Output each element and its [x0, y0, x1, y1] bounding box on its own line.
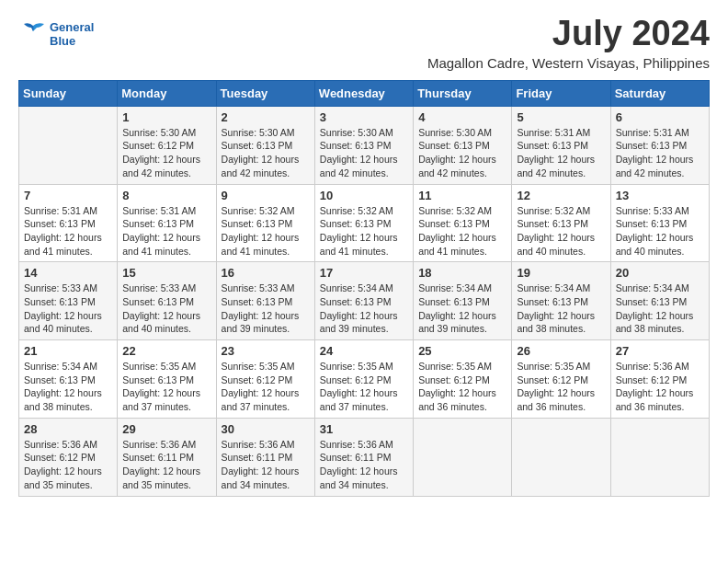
header-saturday: Saturday: [610, 80, 709, 106]
calendar-cell: 28Sunrise: 5:36 AMSunset: 6:12 PMDayligh…: [19, 418, 118, 496]
day-number: 17: [320, 266, 408, 280]
day-info: Sunrise: 5:35 AMSunset: 6:12 PMDaylight:…: [418, 360, 506, 414]
calendar-cell: 6Sunrise: 5:31 AMSunset: 6:13 PMDaylight…: [610, 106, 709, 184]
calendar-cell: 4Sunrise: 5:30 AMSunset: 6:13 PMDaylight…: [414, 106, 512, 184]
calendar-cell: 9Sunrise: 5:32 AMSunset: 6:13 PMDaylight…: [216, 184, 314, 262]
day-info: Sunrise: 5:30 AMSunset: 6:13 PMDaylight:…: [320, 126, 408, 180]
day-number: 5: [517, 110, 605, 124]
day-info: Sunrise: 5:31 AMSunset: 6:13 PMDaylight:…: [616, 126, 704, 180]
logo-combined: General Blue: [18, 18, 94, 52]
calendar-week-5: 28Sunrise: 5:36 AMSunset: 6:12 PMDayligh…: [19, 418, 710, 496]
calendar-cell: 31Sunrise: 5:36 AMSunset: 6:11 PMDayligh…: [314, 418, 413, 496]
day-number: 20: [616, 266, 704, 280]
day-number: 21: [24, 344, 112, 358]
calendar-cell: 17Sunrise: 5:34 AMSunset: 6:13 PMDayligh…: [314, 262, 413, 340]
day-number: 1: [122, 110, 210, 124]
day-info: Sunrise: 5:34 AMSunset: 6:13 PMDaylight:…: [320, 282, 408, 336]
day-info: Sunrise: 5:35 AMSunset: 6:12 PMDaylight:…: [222, 360, 310, 414]
day-info: Sunrise: 5:36 AMSunset: 6:11 PMDaylight:…: [122, 438, 210, 492]
day-number: 23: [222, 344, 310, 358]
day-info: Sunrise: 5:32 AMSunset: 6:13 PMDaylight:…: [517, 204, 605, 259]
day-number: 16: [222, 266, 310, 280]
calendar-cell: 12Sunrise: 5:32 AMSunset: 6:13 PMDayligh…: [512, 184, 610, 262]
calendar-cell: 2Sunrise: 5:30 AMSunset: 6:13 PMDaylight…: [216, 106, 314, 184]
day-info: Sunrise: 5:34 AMSunset: 6:13 PMDaylight:…: [517, 282, 605, 336]
day-number: 4: [418, 110, 506, 124]
calendar-cell: 21Sunrise: 5:34 AMSunset: 6:13 PMDayligh…: [19, 340, 118, 419]
day-info: Sunrise: 5:34 AMSunset: 6:13 PMDaylight:…: [24, 360, 112, 414]
calendar-cell: 16Sunrise: 5:33 AMSunset: 6:13 PMDayligh…: [216, 262, 314, 340]
calendar-cell: 14Sunrise: 5:33 AMSunset: 6:13 PMDayligh…: [19, 262, 118, 340]
calendar-cell: 5Sunrise: 5:31 AMSunset: 6:13 PMDaylight…: [512, 106, 610, 184]
day-number: 8: [122, 189, 210, 202]
calendar-cell: 22Sunrise: 5:35 AMSunset: 6:13 PMDayligh…: [118, 340, 216, 419]
calendar-week-4: 21Sunrise: 5:34 AMSunset: 6:13 PMDayligh…: [19, 340, 710, 419]
logo: General Blue: [18, 18, 94, 52]
header-wednesday: Wednesday: [314, 80, 413, 106]
calendar-cell: [610, 418, 709, 496]
calendar-cell: 27Sunrise: 5:36 AMSunset: 6:12 PMDayligh…: [610, 340, 709, 419]
calendar-cell: 8Sunrise: 5:31 AMSunset: 6:13 PMDaylight…: [118, 184, 216, 262]
calendar-week-1: 1Sunrise: 5:30 AMSunset: 6:12 PMDaylight…: [19, 106, 710, 184]
day-info: Sunrise: 5:35 AMSunset: 6:13 PMDaylight:…: [122, 360, 210, 414]
day-info: Sunrise: 5:32 AMSunset: 6:13 PMDaylight:…: [418, 204, 506, 259]
main-title: July 2024: [427, 15, 710, 53]
calendar-cell: 30Sunrise: 5:36 AMSunset: 6:11 PMDayligh…: [216, 418, 314, 496]
calendar-cell: 23Sunrise: 5:35 AMSunset: 6:12 PMDayligh…: [216, 340, 314, 419]
day-number: 2: [222, 110, 310, 124]
calendar-cell: 18Sunrise: 5:34 AMSunset: 6:13 PMDayligh…: [414, 262, 512, 340]
calendar-cell: 10Sunrise: 5:32 AMSunset: 6:13 PMDayligh…: [314, 184, 413, 262]
day-number: 30: [222, 422, 310, 436]
day-info: Sunrise: 5:35 AMSunset: 6:12 PMDaylight:…: [517, 360, 605, 414]
header-monday: Monday: [118, 80, 216, 106]
day-info: Sunrise: 5:32 AMSunset: 6:13 PMDaylight:…: [320, 204, 408, 259]
header-tuesday: Tuesday: [216, 80, 314, 106]
day-number: 28: [24, 422, 112, 436]
day-info: Sunrise: 5:33 AMSunset: 6:13 PMDaylight:…: [222, 282, 310, 336]
day-info: Sunrise: 5:36 AMSunset: 6:12 PMDaylight:…: [24, 438, 112, 492]
day-info: Sunrise: 5:31 AMSunset: 6:13 PMDaylight:…: [122, 204, 210, 259]
day-info: Sunrise: 5:36 AMSunset: 6:11 PMDaylight:…: [222, 438, 310, 492]
calendar-cell: 29Sunrise: 5:36 AMSunset: 6:11 PMDayligh…: [118, 418, 216, 496]
calendar-cell: 7Sunrise: 5:31 AMSunset: 6:13 PMDaylight…: [19, 184, 118, 262]
day-info: Sunrise: 5:34 AMSunset: 6:13 PMDaylight:…: [616, 282, 704, 336]
logo-bird-icon: [18, 18, 48, 48]
day-info: Sunrise: 5:35 AMSunset: 6:12 PMDaylight:…: [320, 360, 408, 414]
day-number: 10: [320, 189, 408, 202]
day-info: Sunrise: 5:32 AMSunset: 6:13 PMDaylight:…: [222, 204, 310, 259]
day-number: 18: [418, 266, 506, 280]
day-info: Sunrise: 5:33 AMSunset: 6:13 PMDaylight:…: [122, 282, 210, 336]
day-number: 15: [122, 266, 210, 280]
day-number: 14: [24, 266, 112, 280]
calendar-cell: 3Sunrise: 5:30 AMSunset: 6:13 PMDaylight…: [314, 106, 413, 184]
calendar-cell: 26Sunrise: 5:35 AMSunset: 6:12 PMDayligh…: [512, 340, 610, 419]
day-number: 31: [320, 422, 408, 436]
day-info: Sunrise: 5:36 AMSunset: 6:12 PMDaylight:…: [616, 360, 704, 414]
day-info: Sunrise: 5:30 AMSunset: 6:13 PMDaylight:…: [222, 126, 310, 180]
calendar-cell: 11Sunrise: 5:32 AMSunset: 6:13 PMDayligh…: [414, 184, 512, 262]
header: General Blue July 2024 Magallon Cadre, W…: [18, 15, 710, 71]
day-number: 29: [122, 422, 210, 436]
title-block: July 2024 Magallon Cadre, Western Visaya…: [427, 15, 710, 71]
day-number: 27: [616, 344, 704, 358]
calendar-table: SundayMondayTuesdayWednesdayThursdayFrid…: [18, 80, 710, 497]
header-friday: Friday: [512, 80, 610, 106]
day-number: 7: [24, 189, 112, 202]
day-info: Sunrise: 5:30 AMSunset: 6:13 PMDaylight:…: [418, 126, 506, 180]
day-info: Sunrise: 5:30 AMSunset: 6:12 PMDaylight:…: [122, 126, 210, 180]
day-info: Sunrise: 5:33 AMSunset: 6:13 PMDaylight:…: [616, 204, 704, 259]
calendar-cell: [19, 106, 118, 184]
day-info: Sunrise: 5:36 AMSunset: 6:11 PMDaylight:…: [320, 438, 408, 492]
day-number: 12: [517, 189, 605, 202]
day-number: 11: [418, 189, 506, 202]
calendar-cell: 13Sunrise: 5:33 AMSunset: 6:13 PMDayligh…: [610, 184, 709, 262]
calendar-week-2: 7Sunrise: 5:31 AMSunset: 6:13 PMDaylight…: [19, 184, 710, 262]
day-number: 25: [418, 344, 506, 358]
day-info: Sunrise: 5:33 AMSunset: 6:13 PMDaylight:…: [24, 282, 112, 336]
calendar-header-row: SundayMondayTuesdayWednesdayThursdayFrid…: [19, 80, 710, 106]
day-info: Sunrise: 5:31 AMSunset: 6:13 PMDaylight:…: [517, 126, 605, 180]
day-number: 13: [616, 189, 704, 202]
calendar-cell: [512, 418, 610, 496]
day-number: 9: [222, 189, 310, 202]
day-number: 22: [122, 344, 210, 358]
